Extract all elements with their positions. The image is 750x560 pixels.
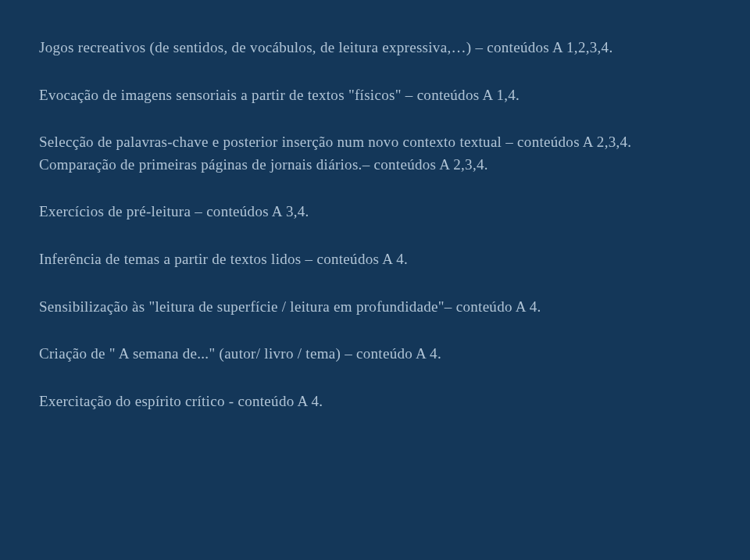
text-line-7: Sensibilização às "leitura de superfície…	[39, 297, 711, 318]
text-line-5: Exercícios de pré-leitura – conteúdos A …	[39, 202, 711, 223]
text-line-4: Comparação de primeiras páginas de jorna…	[39, 155, 711, 176]
text-line-1: Jogos recreativos (de sentidos, de vocáb…	[39, 37, 711, 59]
text-line-2: Evocação de imagens sensoriais a partir …	[39, 85, 711, 106]
text-line-3: Selecção de palavras-chave e posterior i…	[39, 132, 711, 153]
text-line-9: Exercitação do espírito crítico - conteú…	[39, 391, 711, 412]
text-line-6: Inferência de temas a partir de textos l…	[39, 249, 711, 270]
text-line-8: Criação de " A semana de..." (autor/ liv…	[39, 344, 711, 365]
